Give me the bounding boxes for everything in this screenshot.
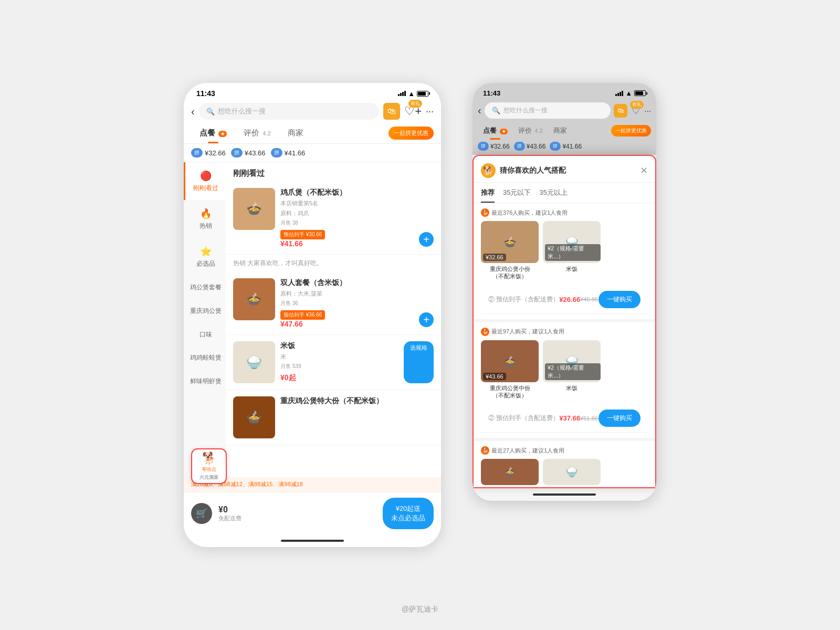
combo-label-2: 🐕 最近97人购买，建议1人食用 xyxy=(481,328,648,336)
promo2-price-3: ¥41.66 xyxy=(562,143,582,150)
rice-name: 米饭 xyxy=(280,341,398,351)
rice-sub: 米 xyxy=(280,353,398,361)
cart-note-1: 免配送费 xyxy=(218,514,376,522)
tab2-order[interactable]: 点餐 ★ xyxy=(478,122,513,140)
combo-rice-img-2: 🍚 ¥2（规格/需要米...） xyxy=(543,340,601,382)
sidebar-item-must[interactable]: ⭐ 必选品 xyxy=(184,238,226,276)
combo-label-icon-1: 🐕 xyxy=(481,208,489,217)
promo2-price-2: ¥43.66 xyxy=(527,143,546,150)
combo-rice-item-1: 🍚 ¥2（规格/需要米...） 米饭 xyxy=(543,221,601,280)
sidebar-item-chongqing[interactable]: 重庆鸡公煲 xyxy=(184,299,226,323)
more-icon-2[interactable]: ··· xyxy=(644,106,651,115)
star-icon: ⭐ xyxy=(190,245,222,258)
double-sales: 月售 36 xyxy=(280,300,434,307)
combo-food-img-1: 🍲 ¥32.66 xyxy=(481,221,539,263)
tab2-badge: ★ xyxy=(500,129,508,134)
battery-icon-2 xyxy=(634,90,646,96)
phone1: 11:43 ▲ ‹ 🔍 想吃什么搜一搜 xyxy=(184,83,441,547)
sidebar-item-shrimp[interactable]: 鲜味明虾煲 xyxy=(184,370,226,393)
chicken-feet-ingredients: 原料：鸡爪 xyxy=(280,209,434,217)
widget-text: 帮你点 xyxy=(202,466,216,473)
time-2: 11:43 xyxy=(483,89,500,97)
combo-food-img-2: 🍲 ¥43.66 xyxy=(481,340,539,382)
time-1: 11:43 xyxy=(196,89,215,98)
food-bag-icon[interactable]: 🛍 xyxy=(383,103,400,120)
promo2-badge-1: 拼 xyxy=(478,142,489,151)
combo-items-1: 🍲 ¥32.66 重庆鸡公煲小份（不配米饭） 🍚 ¥2（规格/需要米...） 米… xyxy=(481,221,648,280)
widget-subtext: 六元溜菜 xyxy=(200,474,218,481)
double-add-btn[interactable]: + xyxy=(419,312,434,327)
menu-item-chicken-feet: 🍲 鸡爪煲（不配米饭） 本店销量第5名 原料：鸡爪 月售 38 预估到手 ¥30… xyxy=(226,182,441,255)
promo2-badge-2: 拼 xyxy=(514,142,525,151)
popup-tab-recommend[interactable]: 推荐 xyxy=(481,188,495,203)
sidebar-item-recent[interactable]: 🔴 刚刚看过 xyxy=(184,162,226,200)
tab-order[interactable]: 点餐 ★ xyxy=(191,123,235,143)
promo-scroll-1: 拼 ¥32.66 拼 ¥43.66 拼 ¥41.66 xyxy=(184,144,441,162)
status-bar-1: 11:43 ▲ xyxy=(184,83,441,100)
menu-item-rice: 🍚 米饭 米 月售 539 ¥0起 选规格 xyxy=(226,335,441,390)
home-bar-2 xyxy=(533,494,596,496)
group-buy-button-1[interactable]: 一起拼更优惠 xyxy=(388,127,434,140)
combo-delivery-note-2: ② 预估到手（含配送费） xyxy=(488,414,559,423)
double-price-row: 预估到手 ¥36.66 xyxy=(280,310,434,320)
popup-title: 猜你喜欢的人气搭配 xyxy=(500,166,566,175)
food-bag-icon-2[interactable]: 🛍 xyxy=(614,104,627,118)
sidebar-item-hot[interactable]: 🔥 热销 xyxy=(184,200,226,238)
chicken-feet-price-row: 预估到手 ¥30.66 xyxy=(280,230,434,239)
search-icon-1: 🔍 xyxy=(206,108,215,116)
checkout-btn-1[interactable]: ¥20起送未点必选品 xyxy=(383,498,434,529)
combo-food-item-1: 🍲 ¥32.66 重庆鸡公煲小份（不配米饭） xyxy=(481,221,539,280)
sidebar-item-chicken[interactable]: 鸡公煲套餐 xyxy=(184,276,226,299)
back-button-2[interactable]: ‹ xyxy=(478,104,481,117)
combo-rice-name-1: 米饭 xyxy=(543,265,601,272)
home-bar-1 xyxy=(281,540,344,542)
popup-tab-under35[interactable]: 35元以下 xyxy=(503,188,531,203)
content-area-1: 刚刚看过 🍲 鸡爪煲（不配米饭） 本店销量第5名 原料：鸡爪 月售 38 预估到… xyxy=(226,162,441,477)
buy-now-btn-1[interactable]: 一键购买 xyxy=(598,291,640,308)
tabs-row-1: 点餐 ★ 评价 4.2 商家 一起拼更优惠 xyxy=(184,123,441,144)
cart-icon-1[interactable]: 🛒 xyxy=(191,503,212,524)
search-bar-1[interactable]: 🔍 想吃什么搜一搜 xyxy=(199,103,379,120)
chicken-feet-img: 🍲 xyxy=(233,188,275,230)
combo-pricing-row-1: ② 预估到手（含配送费） ¥26.66 ¥40.86 一键购买 xyxy=(481,286,648,314)
partial-food-img: 🍲 xyxy=(481,459,539,485)
tab2-review[interactable]: 评价 4.2 xyxy=(513,122,548,140)
popup-close-btn[interactable]: ✕ xyxy=(640,165,648,176)
signal-icon xyxy=(398,91,406,96)
tab2-merchant[interactable]: 商家 xyxy=(548,122,572,140)
combo-section-2: 🐕 最近97人购买，建议1人食用 🍲 ¥43.66 重庆鸡公煲中份（不配米饭） xyxy=(474,319,655,438)
chicken-feet-info: 鸡爪煲（不配米饭） 本店销量第5名 原料：鸡爪 月售 38 预估到手 ¥30.6… xyxy=(280,188,434,248)
rice-select-btn[interactable]: 选规格 xyxy=(404,341,434,383)
menu-item-large: 🍲 重庆鸡公煲特大份（不配米饭） xyxy=(226,390,441,445)
group-buy-btn-2[interactable]: 一起拼更优惠 xyxy=(611,125,651,136)
status-icons-1: ▲ xyxy=(398,90,428,98)
combo-food-name-2: 重庆鸡公煲中份（不配米饭） xyxy=(481,384,539,400)
sidebar-item-taste[interactable]: 口味 xyxy=(184,323,226,346)
tab-review[interactable]: 评价 4.2 xyxy=(235,123,279,143)
sidebar-item-frog[interactable]: 鸡鸡蛙蛙煲 xyxy=(184,346,226,370)
popup-tab-over35[interactable]: 35元以上 xyxy=(539,188,567,203)
rice-info: 米饭 米 月售 539 ¥0起 xyxy=(280,341,398,383)
recent-icon: 🔴 xyxy=(190,170,222,183)
nav-icons-2: 有礼 🛍 ♡ ··· xyxy=(614,104,651,118)
chicken-feet-add-btn[interactable]: + xyxy=(419,232,434,247)
rice-img: 🍚 xyxy=(233,341,275,383)
double-price: ¥47.66 xyxy=(280,320,434,328)
wifi-icon-2: ▲ xyxy=(625,89,632,97)
combo-original-price-2: ¥51.86 xyxy=(580,415,598,422)
promo-badge-2: 拼 xyxy=(231,148,243,158)
double-img: 🍲 xyxy=(233,278,275,320)
nav-icons-1: 有礼 🛍 ♡+ ··· xyxy=(383,103,434,120)
tab-merchant[interactable]: 商家 xyxy=(279,123,312,143)
promo-badge-3: 拼 xyxy=(271,148,282,158)
floating-widget[interactable]: 🐕 帮你点 六元溜菜 xyxy=(191,448,227,484)
combo-items-2: 🍲 ¥43.66 重庆鸡公煲中份（不配米饭） 🍚 ¥2（规格/需要米...） 米… xyxy=(481,340,648,400)
combo-rice-item-2: 🍚 ¥2（规格/需要米...） 米饭 xyxy=(543,340,601,400)
back-button-1[interactable]: ‹ xyxy=(191,106,195,118)
double-info: 双人套餐（含米饭） 原料：大米,菠菜 月售 36 预估到手 ¥36.66 ¥47… xyxy=(280,278,434,328)
search-bar-2[interactable]: 🔍 想吃什么搜一搜 xyxy=(485,102,611,119)
chicken-feet-sales: 月售 38 xyxy=(280,219,434,227)
chicken-feet-rank: 本店销量第5名 xyxy=(280,200,434,207)
buy-now-btn-2[interactable]: 一键购买 xyxy=(598,410,640,427)
more-icon[interactable]: ··· xyxy=(426,106,434,117)
